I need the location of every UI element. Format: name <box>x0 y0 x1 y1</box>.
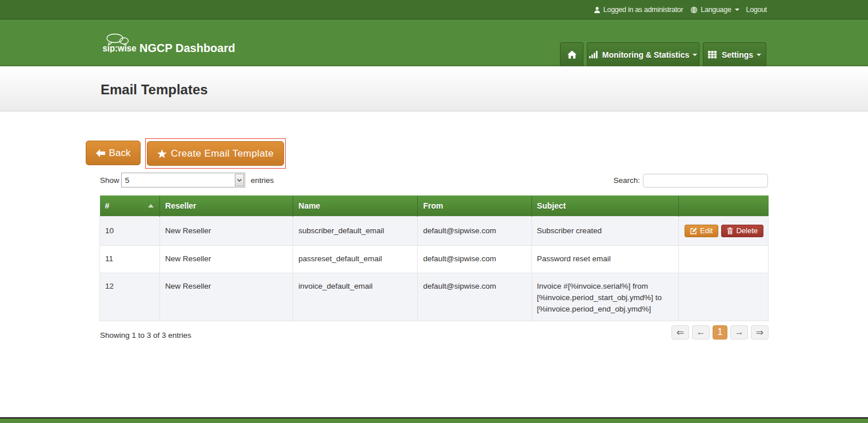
svg-text:sıp:wıse: sıp:wıse <box>103 43 137 53</box>
